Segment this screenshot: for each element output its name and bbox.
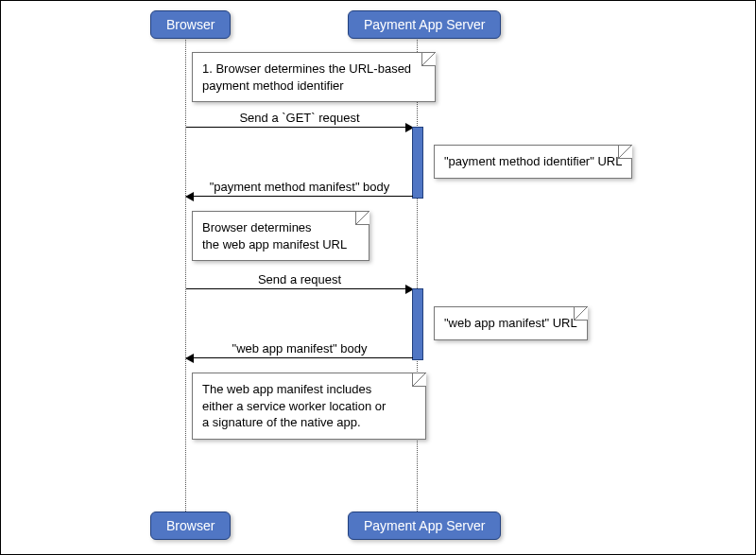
note-pmi-url: "payment method identifier" URL <box>434 145 632 179</box>
message-label-get: Send a `GET` request <box>186 111 413 125</box>
message-label-send-request: Send a request <box>186 272 413 286</box>
note-line: Browser determines <box>202 219 359 236</box>
note-line: a signature of the native app. <box>202 414 416 431</box>
note-line: either a service worker location or <box>202 398 416 415</box>
note-webapp-manifest-url: "web app manifest" URL <box>434 306 588 340</box>
lifeline-server <box>417 37 419 513</box>
arrow-left-icon <box>185 192 194 201</box>
participant-server-top: Payment App Server <box>348 10 501 39</box>
message-get-request <box>186 127 413 128</box>
note-determine-webapp-url: Browser determines the web app manifest … <box>192 211 369 261</box>
note-webapp-manifest-includes: The web app manifest includes either a s… <box>192 373 426 440</box>
sequence-diagram: Browser Payment App Server Browser Payme… <box>0 0 756 555</box>
activation-server-1 <box>412 127 423 199</box>
note-line: "web app manifest" URL <box>444 315 577 332</box>
note-dogear-icon <box>355 211 369 225</box>
message-manifest-body <box>186 196 413 197</box>
note-dogear-icon <box>412 373 426 387</box>
note-dogear-icon <box>574 306 588 321</box>
note-line: "payment method identifier" URL <box>444 153 622 170</box>
participant-server-bottom: Payment App Server <box>348 512 501 540</box>
note-line: the web app manifest URL <box>202 236 359 253</box>
note-line: 1. Browser determines the URL-based <box>202 61 425 78</box>
message-send-request <box>186 288 413 289</box>
arrow-left-icon <box>185 354 194 363</box>
note-dogear-icon <box>618 145 632 159</box>
note-line: The web app manifest includes <box>202 381 416 398</box>
note-step1: 1. Browser determines the URL-based paym… <box>192 52 436 102</box>
note-dogear-icon <box>421 52 436 66</box>
message-label-webapp-body: "web app manifest" body <box>186 341 413 356</box>
message-label-manifest-body: "payment method manifest" body <box>186 180 413 194</box>
note-line: payment method identifier <box>202 78 425 95</box>
participant-browser-top: Browser <box>150 10 231 39</box>
activation-server-2 <box>412 288 423 360</box>
participant-browser-bottom: Browser <box>150 512 231 540</box>
message-webapp-body <box>186 357 413 358</box>
